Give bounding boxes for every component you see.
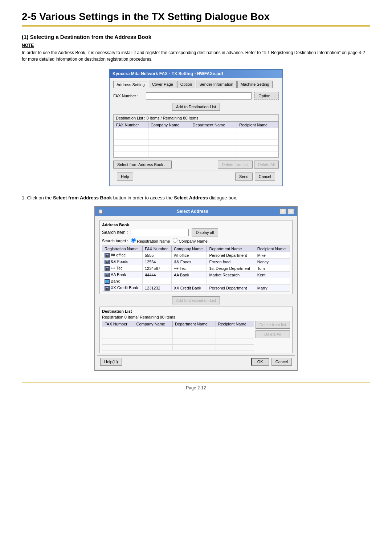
addr-add-to-dest-button[interactable]: Add to Destination List [172, 296, 220, 304]
tab-cover-page[interactable]: Cover Page [149, 81, 176, 88]
bottom-btn-row: Select from Address Book ... Delete from… [113, 161, 279, 169]
display-all-button[interactable]: Display all [192, 228, 218, 236]
select-ok-button[interactable]: OK [251, 358, 269, 366]
addr-row-company: ## office [171, 252, 207, 259]
addr-row-company [171, 278, 207, 285]
addr-table-row[interactable]: 📠## office 5555 ## office Personel Depar… [102, 252, 290, 259]
note-label: NOTE [22, 43, 370, 48]
cancel-button[interactable]: Cancel [255, 173, 275, 181]
step1-suffix: dialogue box. [209, 195, 237, 200]
dest-table: FAX Number Company Name Department Name … [114, 122, 278, 157]
addr-row-name: 📠&& Foods [102, 259, 143, 265]
addr-row-recipient: Tom [255, 265, 290, 272]
section-heading: (1) Selecting a Destination from the Add… [22, 34, 370, 40]
addr-table-row[interactable]: 📠AA Bank 44444 AA Bank Market Research K… [102, 272, 290, 278]
select-addr-icon: 📋 [98, 209, 103, 214]
select-addr-body: Address Book Search Item : Display all S… [95, 216, 297, 370]
delete-from-list-button[interactable]: Delete from list [218, 161, 252, 169]
addr-table-row[interactable]: 📠++ Tec 1234567 ++ Tec 1st Design Depart… [102, 265, 290, 272]
table-row [114, 146, 278, 151]
addr-row-name: 📠++ Tec [102, 265, 143, 272]
select-cancel-button[interactable]: Cancel [271, 358, 292, 366]
addr-table-row[interactable]: 📠&& Foods 12564 && Foods Frozen food Nan… [102, 259, 290, 265]
select-addr-titlebar: 📋 Select Address ? ✕ [95, 207, 297, 216]
send-button[interactable]: Send [235, 173, 253, 181]
fax-number-input[interactable] [146, 92, 252, 100]
tab-machine-setting[interactable]: Machine Setting [237, 81, 273, 88]
dest-list-info: 0 Items / Remaining 80 Items [146, 116, 198, 120]
addr-row-fax [142, 278, 171, 285]
select-from-addr-book-button[interactable]: Select from Address Book ... [113, 161, 172, 169]
dest-table-wrapper: FAX Number Company Name Department Name … [102, 321, 290, 351]
col-fax-number: FAX Number [114, 122, 148, 128]
add-dest-btn-row: Add to Destination List [113, 103, 279, 111]
dest-list-section: Destination List : 0 Items / Remaining 8… [113, 114, 279, 158]
fax-number-row: FAX Number : Option ... [113, 92, 279, 100]
table-row [102, 344, 254, 350]
search-item-input[interactable] [131, 229, 189, 236]
close-win-btn[interactable]: ✕ [287, 208, 294, 214]
option-button[interactable]: Option ... [254, 92, 279, 100]
addr-col-fax: FAX Number [142, 246, 171, 252]
addr-row-recipient [255, 278, 290, 285]
radio-company-label[interactable]: Company Name [173, 238, 208, 243]
addr-table-row[interactable]: 🌐Bank [102, 278, 290, 285]
select-address-dialog: 📋 Select Address ? ✕ Address Book Search… [94, 206, 298, 371]
addr-row-name: 📠AA Bank [102, 272, 143, 278]
addr-book-label: Address Book [102, 223, 290, 227]
addr-row-fax: 5555 [142, 252, 171, 259]
addr-row-name: 📠## office [102, 252, 143, 259]
note-text: In order to use the Address Book, it is … [22, 49, 370, 62]
side-btns: Delete from list Delete All [256, 321, 290, 338]
fax-icon: 📠 [105, 260, 110, 264]
addr-row-dept [207, 278, 255, 285]
tab-option[interactable]: Option [177, 81, 195, 88]
select-dest-list-section: Destination List Registration 0 Items/ R… [99, 307, 293, 353]
net-icon: 🌐 [105, 279, 110, 284]
fax-icon: 📠 [105, 253, 110, 258]
radio-registration-text: Registration Name [137, 239, 170, 243]
tab-sender-info[interactable]: Sender Information [196, 81, 237, 88]
addr-row-company: XX Credit Bank [171, 285, 207, 291]
radio-company[interactable] [173, 238, 177, 243]
table-row [102, 333, 254, 339]
tab-address-setting[interactable]: Address Setting [113, 81, 148, 88]
delete-all-button[interactable]: Delete All [254, 161, 279, 169]
addr-row-fax: 44444 [142, 272, 171, 278]
step1-text: 1. Click on the Select from Address Book… [22, 195, 370, 200]
select-dest-table: FAX Number Company Name Department Name … [102, 321, 254, 351]
select-footer-right: OK Cancel [251, 358, 292, 366]
page-title: 2-5 Various Settings in the TX Setting D… [22, 11, 370, 27]
dest-list-label: Destination List : [116, 116, 145, 120]
addr-table-row[interactable]: 📠XX Credit Bank 1231232 XX Credit Bank P… [102, 285, 290, 291]
select-delete-all-button[interactable]: Delete All [256, 330, 290, 338]
fax-number-label: FAX Number : [113, 94, 146, 98]
help-button[interactable]: Help [117, 173, 133, 181]
select-help-button[interactable]: Help(H) [100, 358, 122, 366]
select-dest-list-info: Registration 0 Items/ Remaining 80 Items [102, 315, 290, 319]
radio-registration-label[interactable]: Registration Name [131, 238, 170, 243]
addr-book-section: Address Book Search Item : Display all S… [99, 220, 293, 294]
addr-row-dept: Personel Department [207, 252, 255, 259]
tx-setting-dialog: Kyocera Mita Network FAX - TX Setting - … [109, 69, 283, 186]
addr-row-company: ++ Tec [171, 265, 207, 272]
addr-book-table: Registration Name FAX Number Company Nam… [102, 246, 290, 292]
footer-line [22, 382, 370, 382]
sdest-col-fax: FAX Number [102, 321, 134, 327]
radio-company-text: Company Name [179, 239, 207, 243]
select-delete-from-list-button[interactable]: Delete from list [256, 321, 290, 329]
select-addr-title: Select Address [177, 209, 208, 214]
add-to-dest-list-button[interactable]: Add to Destination List [172, 103, 220, 111]
addr-col-dept: Department Name [207, 246, 255, 252]
radio-registration[interactable] [131, 238, 136, 243]
sdest-col-company: Company Name [134, 321, 173, 327]
select-dest-list-label: Destination List [102, 309, 290, 313]
addr-row-name: 🌐Bank [102, 278, 143, 285]
table-row [102, 327, 254, 333]
addr-row-fax: 1231232 [142, 285, 171, 291]
table-row [114, 134, 278, 140]
help-win-btn[interactable]: ? [279, 208, 286, 214]
dest-table-inner: FAX Number Company Name Department Name … [102, 321, 254, 351]
fax-icon: 📠 [105, 286, 110, 291]
step1-bold-addr: Select from Address Book [53, 195, 112, 200]
